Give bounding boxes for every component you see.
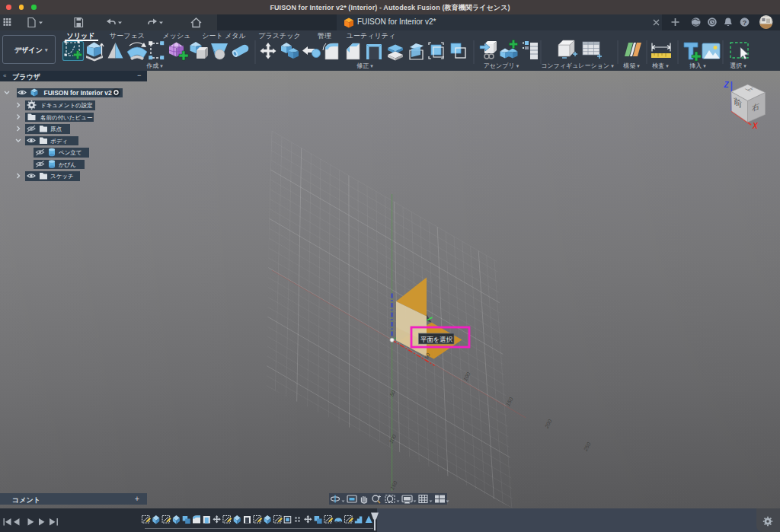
svg-text:平面を選択: 平面を選択 — [420, 336, 453, 343]
svg-text:150: 150 — [389, 480, 398, 491]
svg-text:200: 200 — [543, 419, 552, 430]
svg-text:150: 150 — [505, 397, 514, 407]
svg-text:?: ? — [743, 19, 747, 27]
svg-text:X: X — [752, 122, 759, 130]
svg-text:Z: Z — [724, 81, 730, 89]
svg-text:250: 250 — [582, 441, 591, 453]
